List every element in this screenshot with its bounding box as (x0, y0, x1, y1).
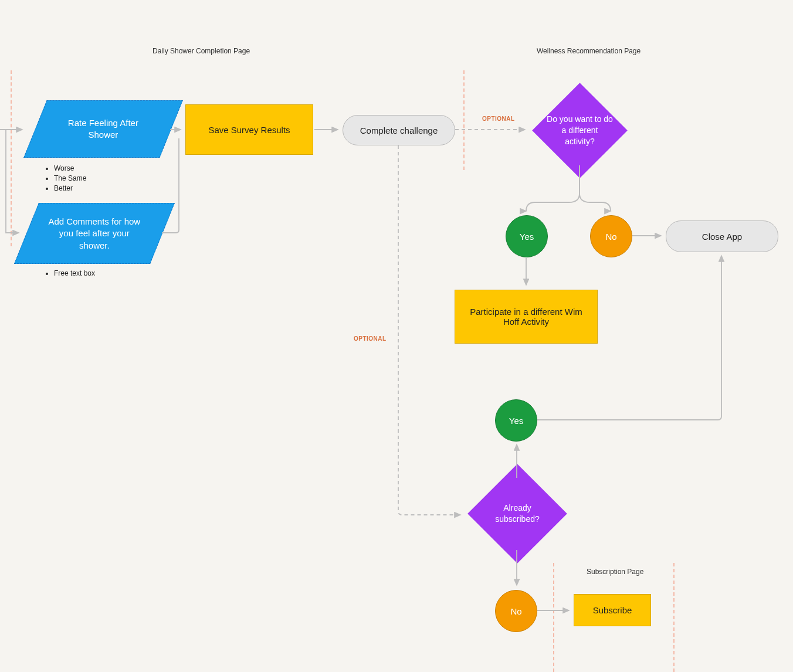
participate-node: Participate in a different Wim Hoff Acti… (455, 290, 598, 344)
already-subscribed-decision: Already subscribed? (467, 464, 567, 564)
rate-feeling-node: Rate Feeling After Shower (23, 100, 183, 158)
yes-circle-activity: Yes (506, 215, 548, 257)
complete-challenge-node: Complete challenge (343, 115, 455, 145)
yes-circle-subscribed: Yes (495, 399, 537, 442)
flowchart-canvas: { "pages": { "dailyShower": "Daily Showe… (0, 0, 793, 672)
page-divider-sub-right (673, 563, 675, 672)
rate-feeling-options: Worse The Same Better (43, 164, 86, 194)
page-label-daily-shower: Daily Shower Completion Page (152, 47, 250, 55)
page-divider-left (11, 70, 12, 246)
different-activity-decision: Do you want to do a different activity? (532, 83, 628, 178)
save-survey-node: Save Survey Results (185, 104, 313, 155)
no-circle-activity: No (590, 215, 632, 257)
subscribe-node: Subscribe (574, 594, 651, 626)
close-app-node: Close App (666, 220, 778, 252)
add-comments-options: Free text box (43, 269, 95, 279)
page-label-wellness: Wellness Recommendation Page (537, 47, 640, 55)
optional-label-1: OPTIONAL (482, 116, 515, 122)
optional-label-2: OPTIONAL (354, 335, 387, 342)
page-divider-mid (463, 70, 465, 170)
page-label-subscription: Subscription Page (587, 568, 643, 576)
page-divider-sub-left (553, 563, 554, 672)
no-circle-subscribed: No (495, 590, 537, 632)
add-comments-node: Add Comments for how you feel after your… (14, 203, 175, 264)
